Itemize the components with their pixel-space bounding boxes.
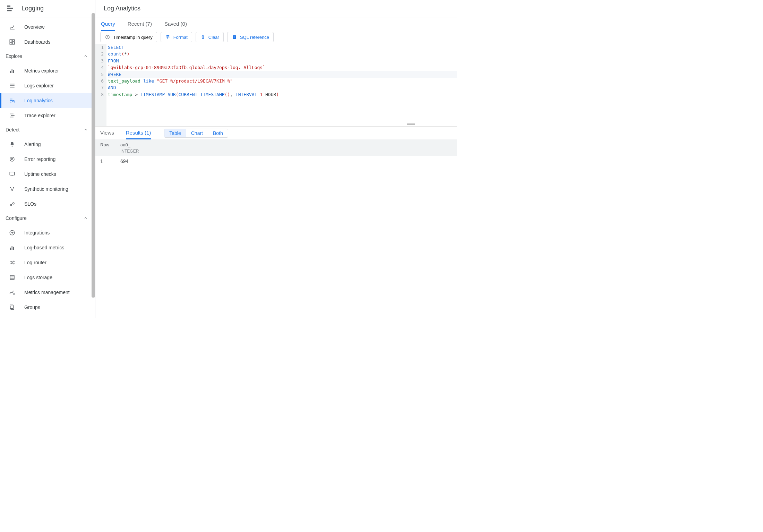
sidebar-item-log-analytics[interactable]: Log analytics xyxy=(0,93,95,108)
sidebar-item-groups[interactable]: Groups xyxy=(0,300,95,315)
timestamp-button[interactable]: Timestamp in query xyxy=(100,32,157,42)
chevron-up-icon xyxy=(83,216,88,221)
query-toolbar: Timestamp in query Format Clear SQL refe… xyxy=(95,31,457,44)
nav-label: Metrics management xyxy=(24,290,70,295)
svg-rect-34 xyxy=(12,246,12,250)
nav-label: Groups xyxy=(24,304,40,310)
sidebar-item-logs-explorer[interactable]: Logs explorer xyxy=(0,78,95,93)
svg-line-18 xyxy=(14,102,15,102)
monitor-icon xyxy=(8,171,16,177)
format-button[interactable]: Format xyxy=(161,32,192,42)
svg-rect-45 xyxy=(234,37,235,37)
code-line[interactable]: AND xyxy=(108,84,457,91)
section-detect[interactable]: Detect xyxy=(0,123,95,137)
view-mode-both[interactable]: Both xyxy=(208,129,228,137)
svg-point-39 xyxy=(13,293,15,294)
logging-product-icon xyxy=(6,5,15,13)
nav-label: Logs storage xyxy=(24,275,52,280)
format-label: Format xyxy=(173,35,188,40)
sidebar-item-dashboards[interactable]: Dashboards xyxy=(0,34,95,49)
svg-rect-19 xyxy=(10,113,14,114)
sql-editor[interactable]: 12345678 SELECTcount(*)FROM`qwiklabs-gcp… xyxy=(95,44,457,126)
code-line[interactable]: WHERE xyxy=(108,71,457,78)
code-line[interactable]: timestamp > TIMESTAMP_SUB(CURRENT_TIMEST… xyxy=(108,91,457,98)
svg-rect-11 xyxy=(10,84,15,84)
doc-icon xyxy=(232,34,237,40)
view-mode-group: TableChartBoth xyxy=(164,129,228,138)
svg-rect-35 xyxy=(13,247,14,249)
svg-rect-10 xyxy=(13,70,14,72)
nav-label: Integrations xyxy=(24,230,50,235)
sidebar-item-uptime-checks[interactable]: Uptime checks xyxy=(0,166,95,181)
tab-recent[interactable]: Recent (7) xyxy=(128,17,152,31)
code-line[interactable]: FROM xyxy=(108,58,457,64)
main-tabs: QueryRecent (7)Saved (0) xyxy=(95,17,457,31)
section-label: Detect xyxy=(6,127,19,132)
resize-handle[interactable] xyxy=(407,123,415,125)
sidebar-item-error-reporting[interactable]: Error reporting xyxy=(0,152,95,166)
bar-icon xyxy=(8,68,16,74)
chevron-up-icon xyxy=(83,127,88,132)
code-line[interactable]: `qwiklabs-gcp-01-8909a23fa3fb.global.day… xyxy=(108,64,457,71)
sidebar-item-metrics-management[interactable]: Metrics management xyxy=(0,285,95,300)
sidebar-item-metrics-explorer[interactable]: Metrics explorer xyxy=(0,63,95,78)
code-line[interactable]: SELECT xyxy=(108,44,457,51)
nav-label: Trace explorer xyxy=(24,113,55,118)
svg-rect-16 xyxy=(10,102,11,102)
svg-point-31 xyxy=(13,203,15,204)
results-tab-results[interactable]: Results (1) xyxy=(126,127,151,139)
sidebar: Logging OverviewDashboardsExploreMetrics… xyxy=(0,0,95,318)
sidebar-title: Logging xyxy=(22,5,44,12)
col-value-label: oa0_ xyxy=(120,142,139,147)
view-mode-chart[interactable]: Chart xyxy=(186,129,208,137)
svg-rect-21 xyxy=(10,117,14,117)
results-tab-views[interactable]: Views xyxy=(100,127,114,139)
view-mode-table[interactable]: Table xyxy=(164,129,186,137)
sidebar-scrollbar[interactable] xyxy=(92,13,95,298)
tab-saved[interactable]: Saved (0) xyxy=(164,17,187,31)
target-icon xyxy=(8,156,16,162)
main: Log Analytics QueryRecent (7)Saved (0) T… xyxy=(95,0,457,318)
clear-label: Clear xyxy=(208,35,219,40)
svg-point-23 xyxy=(10,157,14,161)
sidebar-item-synthetic-monitoring[interactable]: Synthetic monitoring xyxy=(0,181,95,196)
sidebar-item-logs-storage[interactable]: Logs storage xyxy=(0,270,95,285)
sql-reference-button[interactable]: SQL reference xyxy=(227,32,274,42)
svg-rect-20 xyxy=(11,115,15,116)
sidebar-item-trace-explorer[interactable]: Trace explorer xyxy=(0,108,95,123)
sidebar-item-log-based-metrics[interactable]: Log-based metrics xyxy=(0,240,95,255)
sidebar-item-alerting[interactable]: Alerting xyxy=(0,137,95,152)
nav-label: Metrics explorer xyxy=(24,68,59,74)
analytics-icon xyxy=(8,24,16,30)
svg-point-30 xyxy=(10,204,12,206)
results-row[interactable]: 1694 xyxy=(95,156,457,167)
section-label: Explore xyxy=(6,53,22,59)
format-icon xyxy=(165,34,171,40)
svg-rect-44 xyxy=(234,36,235,36)
svg-rect-26 xyxy=(11,175,13,176)
arrow-in-icon xyxy=(8,230,16,236)
nav-label: Error reporting xyxy=(24,156,55,162)
lines-icon xyxy=(8,83,16,89)
dashboard-icon xyxy=(8,39,16,45)
cell-row: 1 xyxy=(100,158,120,164)
section-configure[interactable]: Configure xyxy=(0,211,95,225)
svg-rect-25 xyxy=(10,172,15,175)
sqlref-label: SQL reference xyxy=(240,35,269,40)
results-header: Row oa0_ INTEGER xyxy=(95,139,457,156)
storage-icon xyxy=(8,274,16,281)
code-line[interactable]: text_payload like "GET %/product/L9ECAV7… xyxy=(108,78,457,84)
code-line[interactable]: count(*) xyxy=(108,51,457,57)
tab-query[interactable]: Query xyxy=(101,17,115,31)
sidebar-item-overview[interactable]: Overview xyxy=(0,19,95,34)
section-explore[interactable]: Explore xyxy=(0,49,95,63)
trend-gear-icon xyxy=(8,289,16,295)
clear-button[interactable]: Clear xyxy=(196,32,224,42)
sidebar-item-slos[interactable]: SLOs xyxy=(0,196,95,211)
sidebar-item-integrations[interactable]: Integrations xyxy=(0,225,95,240)
sidebar-item-log-router[interactable]: Log router xyxy=(0,255,95,270)
sidebar-header: Logging xyxy=(0,0,95,17)
clock-icon xyxy=(105,34,110,40)
bar-icon xyxy=(8,244,16,251)
indent-icon xyxy=(8,112,16,119)
